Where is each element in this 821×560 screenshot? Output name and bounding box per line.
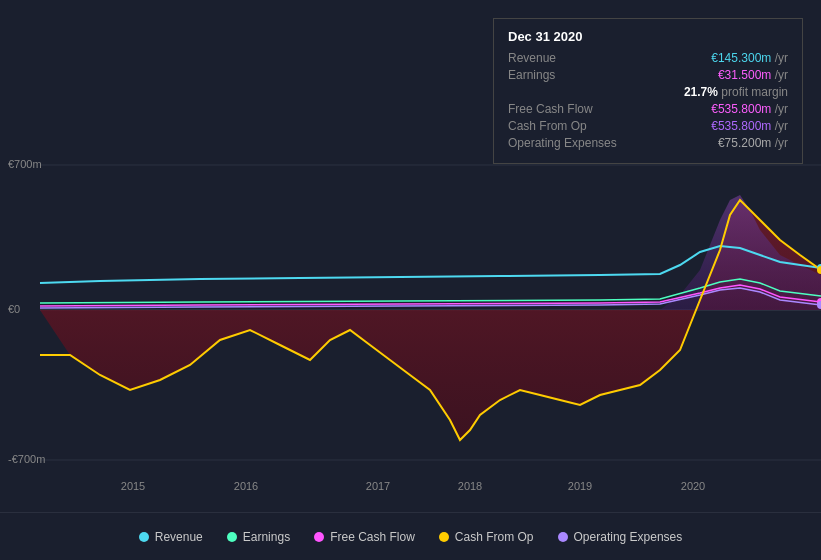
x-label-2015: 2015 xyxy=(121,480,145,492)
tooltip-value-opex: €75.200m /yr xyxy=(718,136,788,150)
legend-label-fcf: Free Cash Flow xyxy=(330,530,415,544)
legend-item-fcf[interactable]: Free Cash Flow xyxy=(314,530,415,544)
tooltip-row-revenue: Revenue €145.300m /yr xyxy=(508,51,788,65)
tooltip-value-fcf: €535.800m /yr xyxy=(711,102,788,116)
legend-label-earnings: Earnings xyxy=(243,530,290,544)
legend-item-earnings[interactable]: Earnings xyxy=(227,530,290,544)
tooltip-value-margin: 21.7% profit margin xyxy=(684,85,788,99)
chart-legend: Revenue Earnings Free Cash Flow Cash Fro… xyxy=(0,512,821,560)
x-label-2017: 2017 xyxy=(366,480,390,492)
tooltip-label-opex: Operating Expenses xyxy=(508,136,618,150)
y-zero-label: €0 xyxy=(8,303,20,315)
tooltip-value-cfo: €535.800m /yr xyxy=(711,119,788,133)
legend-label-revenue: Revenue xyxy=(155,530,203,544)
legend-dot-revenue xyxy=(139,532,149,542)
legend-dot-earnings xyxy=(227,532,237,542)
tooltip-row-opex: Operating Expenses €75.200m /yr xyxy=(508,136,788,150)
y-bottom-label: -€700m xyxy=(8,453,45,465)
legend-dot-opex xyxy=(558,532,568,542)
legend-dot-cfo xyxy=(439,532,449,542)
tooltip-row-earnings: Earnings €31.500m /yr xyxy=(508,68,788,82)
legend-item-opex[interactable]: Operating Expenses xyxy=(558,530,683,544)
tooltip-row-fcf: Free Cash Flow €535.800m /yr xyxy=(508,102,788,116)
legend-dot-fcf xyxy=(314,532,324,542)
tooltip-row-cfo: Cash From Op €535.800m /yr xyxy=(508,119,788,133)
legend-label-cfo: Cash From Op xyxy=(455,530,534,544)
legend-label-opex: Operating Expenses xyxy=(574,530,683,544)
x-label-2019: 2019 xyxy=(568,480,592,492)
legend-item-revenue[interactable]: Revenue xyxy=(139,530,203,544)
x-label-2018: 2018 xyxy=(458,480,482,492)
x-label-2016: 2016 xyxy=(234,480,258,492)
tooltip-label-earnings: Earnings xyxy=(508,68,618,82)
tooltip-label-fcf: Free Cash Flow xyxy=(508,102,618,116)
tooltip-label-revenue: Revenue xyxy=(508,51,618,65)
tooltip-value-revenue: €145.300m /yr xyxy=(711,51,788,65)
tooltip-label-cfo: Cash From Op xyxy=(508,119,618,133)
data-tooltip: Dec 31 2020 Revenue €145.300m /yr Earnin… xyxy=(493,18,803,164)
tooltip-value-earnings: €31.500m /yr xyxy=(718,68,788,82)
x-label-2020: 2020 xyxy=(681,480,705,492)
tooltip-date: Dec 31 2020 xyxy=(508,29,788,44)
y-top-label: €700m xyxy=(8,158,42,170)
legend-item-cfo[interactable]: Cash From Op xyxy=(439,530,534,544)
tooltip-row-margin: 21.7% profit margin xyxy=(508,85,788,99)
